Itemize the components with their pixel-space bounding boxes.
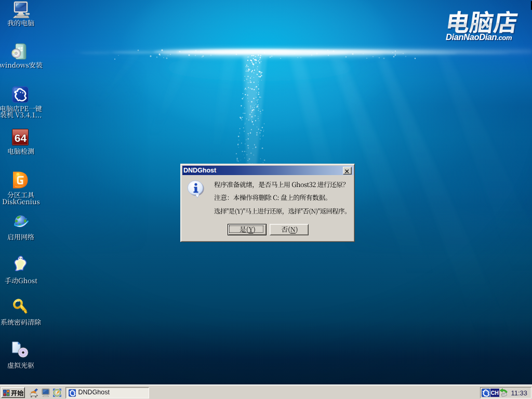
svg-text:64: 64 [15,132,27,144]
